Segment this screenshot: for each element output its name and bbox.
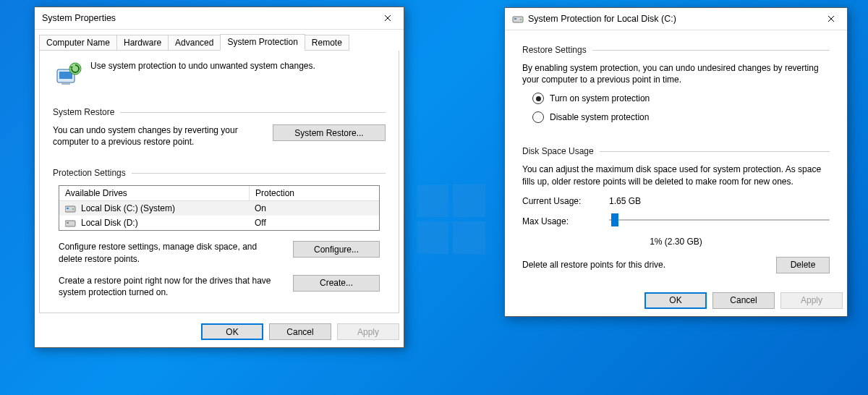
tab-advanced[interactable]: Advanced (168, 35, 221, 51)
col-protection[interactable]: Protection (250, 186, 379, 201)
slider-value-text: 1% (2.30 GB) (522, 237, 830, 247)
create-description: Create a restore point right now for the… (59, 275, 293, 298)
cancel-button[interactable]: Cancel (712, 292, 775, 309)
system-restore-description: You can undo system changes by reverting… (53, 124, 273, 148)
max-usage-label: Max Usage: (522, 216, 609, 226)
table-header: Available Drives Protection (59, 186, 379, 201)
tab-computer-name[interactable]: Computer Name (39, 35, 117, 51)
col-available-drives[interactable]: Available Drives (59, 186, 250, 201)
slider-thumb[interactable] (611, 213, 618, 226)
group-disk-space-usage: Disk Space Usage (522, 146, 830, 156)
restore-settings-description: By enabling system protection, you can u… (522, 62, 830, 85)
svg-rect-5 (67, 208, 69, 209)
current-usage-label: Current Usage: (522, 196, 609, 206)
radio-icon (532, 93, 544, 104)
svg-rect-8 (67, 222, 69, 224)
ok-button[interactable]: OK (644, 292, 707, 309)
system-protection-icon (53, 61, 83, 91)
configure-button[interactable]: Configure... (293, 241, 380, 258)
system-restore-button[interactable]: System Restore... (273, 124, 386, 141)
window-title: System Protection for Local Disk (C:) (528, 14, 815, 24)
system-properties-dialog: System Properties Computer Name Hardware… (34, 7, 404, 348)
svg-point-11 (520, 19, 522, 20)
tab-strip: Computer Name Hardware Advanced System P… (35, 30, 404, 51)
cancel-button[interactable]: Cancel (269, 323, 331, 340)
configure-protection-dialog: System Protection for Local Disk (C:) Re… (504, 7, 848, 317)
drive-name: Local Disk (D:) (81, 218, 138, 228)
apply-button: Apply (337, 323, 399, 340)
tab-system-protection[interactable]: System Protection (220, 34, 305, 50)
svg-point-6 (72, 208, 74, 210)
close-icon[interactable] (815, 8, 847, 30)
titlebar[interactable]: System Protection for Local Disk (C:) (505, 8, 847, 30)
svg-rect-1 (59, 72, 72, 79)
titlebar[interactable]: System Properties (35, 7, 404, 30)
svg-rect-10 (514, 18, 516, 20)
tab-page: Use system protection to undo unwanted s… (39, 50, 399, 313)
apply-button: Apply (780, 292, 843, 309)
table-row[interactable]: Local Disk (D:) Off (59, 216, 379, 230)
tab-hardware[interactable]: Hardware (116, 35, 169, 51)
radio-turn-on[interactable]: Turn on system protection (532, 93, 830, 104)
delete-description: Delete all restore points for this drive… (522, 260, 776, 270)
configure-description: Configure restore settings, manage disk … (59, 241, 293, 264)
drive-protection: Off (249, 216, 379, 229)
max-usage-slider[interactable] (609, 212, 830, 228)
tab-remote[interactable]: Remote (305, 35, 349, 51)
drive-protection: On (249, 202, 379, 215)
create-button[interactable]: Create... (293, 275, 380, 292)
disk-icon (65, 218, 77, 227)
disk-icon (65, 204, 77, 213)
current-usage-value: 1.65 GB (609, 196, 641, 206)
dialog-buttons: OK Cancel Apply (505, 286, 847, 316)
dialog-buttons: OK Cancel Apply (35, 318, 404, 347)
group-system-restore: System Restore (53, 107, 386, 117)
window-title: System Properties (42, 13, 372, 23)
drives-table: Available Drives Protection Local Disk (… (59, 185, 380, 231)
radio-label: Disable system protection (550, 112, 649, 122)
windows-logo (417, 184, 486, 255)
disk-usage-description: You can adjust the maximum disk space us… (522, 163, 830, 187)
radio-icon (532, 111, 544, 123)
delete-button[interactable]: Delete (776, 257, 830, 273)
disk-icon (512, 13, 524, 25)
group-restore-settings: Restore Settings (522, 45, 830, 55)
intro-text: Use system protection to undo unwanted s… (90, 61, 315, 71)
radio-label: Turn on system protection (550, 93, 650, 103)
drive-name: Local Disk (C:) (System) (81, 203, 175, 213)
ok-button[interactable]: OK (201, 323, 263, 340)
close-icon[interactable] (372, 7, 404, 29)
group-protection-settings: Protection Settings (53, 168, 386, 178)
table-row[interactable]: Local Disk (C:) (System) On (59, 201, 379, 216)
radio-disable[interactable]: Disable system protection (532, 111, 830, 123)
svg-rect-2 (61, 82, 70, 85)
